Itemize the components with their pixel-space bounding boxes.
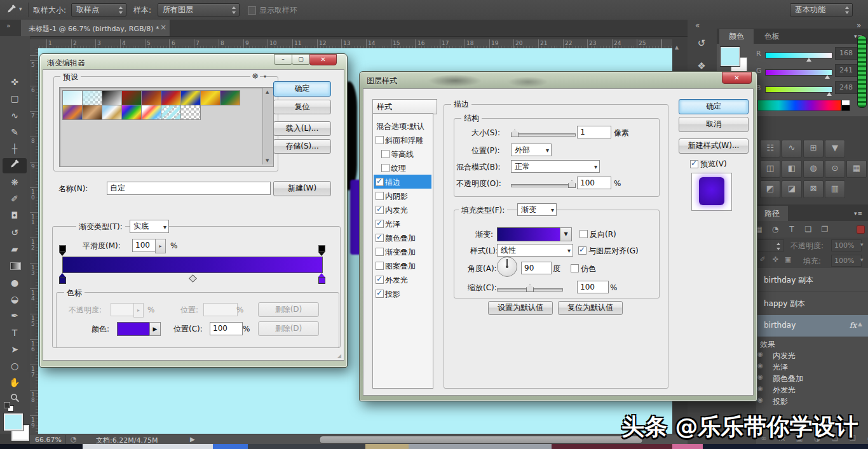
reverse-checkbox[interactable] [580,230,588,238]
posterize-adjustment-icon[interactable]: ◪ [782,180,802,198]
history-brush-tool[interactable]: ↺ [3,225,27,240]
taskbar-segment[interactable] [213,444,248,449]
taskbar-segment[interactable] [83,444,213,449]
layers-scrollbar-up-icon[interactable]: ▲ [858,321,862,327]
workspace-switcher[interactable]: 基本功能 [790,3,853,17]
style-item-2[interactable]: 等高线 [374,147,431,161]
brush-tool[interactable]: ✐ [3,191,27,206]
gradient-style-dropdown[interactable]: 线性 [497,244,573,257]
layer-style-dialog[interactable]: 图层样式 ✕ 样式 混合选项:默认斜面和浮雕等高线纹理描边内阴影内发光光泽颜色叠… [359,71,757,401]
style-item-checkbox[interactable] [381,164,390,172]
gradient-preset-transparent[interactable] [180,105,201,120]
history-panel-icon[interactable]: ↺ [691,34,712,53]
color-spectrum-ramp[interactable] [757,100,841,111]
style-item-checkbox[interactable] [376,136,384,144]
color-stop-right[interactable] [318,273,325,284]
panel-foreground-swatch[interactable] [721,47,740,66]
blend-mode-dropdown[interactable]: 正常 [511,160,600,173]
style-item-checkbox[interactable] [376,178,384,186]
spectrum-black-swatch[interactable] [841,105,850,111]
stop-color-position-input[interactable]: 100 [210,322,243,335]
style-item-checkbox[interactable] [381,150,390,158]
maximize-button[interactable]: ▢ [292,54,310,65]
delete-opacity-stop-button[interactable]: 删除(D) [258,302,319,317]
smoothness-spinner[interactable]: ▸ [155,239,166,253]
tab-swatches[interactable]: 色板 [755,29,789,44]
opacity-input[interactable]: 100 [577,177,611,189]
delete-layer-icon[interactable]: ▭ [864,434,868,443]
gradient-preset-fg-to-transparent[interactable] [82,90,102,105]
style-item-8[interactable]: 颜色叠加 [374,231,431,245]
delete-color-stop-button[interactable]: 删除(D) [258,321,319,336]
move-tool[interactable]: ✜ [3,74,27,90]
show-sampling-ring-checkbox[interactable] [248,6,256,15]
style-item-checkbox[interactable] [376,234,384,242]
foreground-color-swatch[interactable] [4,413,23,431]
windows-taskbar[interactable] [0,444,868,449]
horizontal-ruler[interactable]: 1234567891011121314151617181920212223242… [38,39,672,48]
style-item-9[interactable]: 渐变叠加 [374,245,431,258]
opacity-stop-left[interactable] [59,245,66,256]
blend-mode-dropdown[interactable] [756,239,784,251]
color-stop-left[interactable] [59,273,66,284]
crop-tool[interactable]: ┼ [3,141,27,156]
taskbar-segment[interactable] [409,444,552,449]
resize-grip-icon[interactable]: ◢ [337,353,341,359]
gradient-preset-orange-yellow-orange[interactable] [200,90,220,105]
new-style-button[interactable]: 新建样式(W)... [679,138,749,154]
presets-scrollbar[interactable]: ▲ ▼ [262,88,273,164]
taskbar-segment[interactable] [365,444,409,449]
toolbar-collapse-chevron-icon[interactable]: » [6,22,11,30]
close-button[interactable]: ✕ [722,72,752,84]
style-item-0[interactable]: 混合选项:默认 [374,119,431,133]
dither-checkbox[interactable] [571,264,579,272]
scroll-up-icon[interactable]: ▲ [266,90,269,95]
visibility-eye-icon[interactable]: ◉ [757,373,763,380]
fill-value[interactable]: 100% [831,255,862,267]
style-item-checkbox[interactable] [376,248,384,256]
zoom-tool[interactable] [3,392,27,407]
color-lookup-adjustment-icon[interactable]: ▦ [846,160,867,178]
gradient-preset-fg-to-bg[interactable] [62,90,83,105]
effect-item-1[interactable]: 光泽 [773,362,788,373]
gradient-preset-blue-yellow-blue[interactable] [180,90,201,105]
name-input[interactable]: 自定 [107,182,271,195]
ok-button[interactable]: 确定 [679,99,749,114]
gradient-preset-yellow-violet-orange-blue[interactable] [62,105,83,120]
minimize-button[interactable]: – [274,54,292,65]
style-item-10[interactable]: 图案叠加 [374,258,431,272]
black-white-adjustment-icon[interactable]: ◧ [782,160,802,178]
gear-icon[interactable]: ☸ [250,72,260,81]
scroll-down-icon[interactable]: ▼ [266,158,269,163]
threshold-adjustment-icon[interactable]: ⊠ [803,180,824,198]
opacity-slider[interactable] [511,184,576,187]
angle-dial[interactable] [497,257,517,277]
lasso-tool[interactable]: ∿ [3,108,27,123]
channel-r-slider[interactable] [765,52,832,58]
eyedropper-tool-preset-icon[interactable] [6,4,17,17]
gradient-preset-chrome[interactable] [102,105,122,120]
rect-marquee-tool[interactable]: ▢ [3,91,27,106]
chevron-down-icon[interactable]: ▾ [19,6,22,12]
fill-dropdown-icon[interactable]: ▾ [860,257,864,263]
new-button[interactable]: 新建(W) [273,181,331,196]
taskbar-segment[interactable] [672,444,703,449]
filter-smart-objects-icon[interactable]: ❐ [818,224,831,235]
save-button[interactable]: 存储(S)... [273,139,331,154]
channel-mixer-adjustment-icon[interactable]: ⊙ [825,160,845,178]
style-item-6[interactable]: 内发光 [374,203,431,217]
taskbar-segment[interactable] [248,444,365,449]
gradient-preset-blue-red-yellow[interactable] [161,90,181,105]
gradient-preset-violet-orange[interactable] [141,90,161,105]
gradient-map-adjustment-icon[interactable]: ▥ [825,180,845,198]
channel-g-slider[interactable] [765,69,832,76]
style-item-12[interactable]: 投影 [374,286,431,300]
gradient-preset-copper[interactable] [82,105,102,120]
photo-filter-adjustment-icon[interactable]: ◍ [803,160,824,178]
visibility-eye-icon[interactable]: ◉ [757,396,763,403]
layer-row-birthday[interactable]: birthdayfx [756,315,868,337]
opacity-stop-right[interactable] [318,245,325,256]
type-tool[interactable]: T [3,325,27,340]
zoom-level[interactable]: 66.67% [35,436,62,444]
effect-item-0[interactable]: 内发光 [773,351,796,361]
